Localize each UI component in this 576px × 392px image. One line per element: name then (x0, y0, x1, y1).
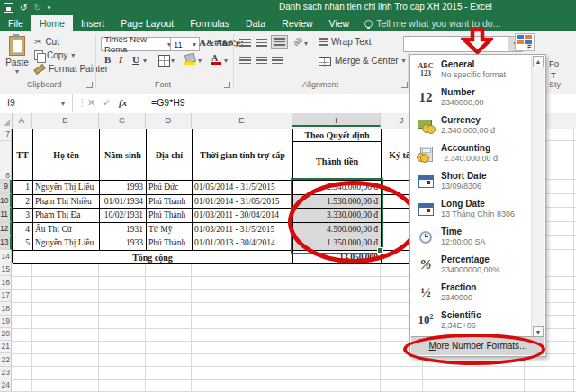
cell-amount[interactable]: 4.500.000,00 đ (293, 223, 382, 236)
fill-color-dropdown-icon[interactable]: ▾ (198, 57, 202, 65)
column-header-i[interactable]: I (292, 113, 381, 127)
header-cell-amount[interactable]: Thành tiền (293, 142, 382, 181)
wrap-text-button[interactable]: Wrap Text (319, 37, 372, 47)
save-icon[interactable] (4, 3, 14, 13)
format-option-short-date[interactable]: Short Date13/09/8306 (410, 167, 532, 195)
qat-customize-icon[interactable]: ▾ (48, 4, 51, 13)
formula-input[interactable]: =G9*H9 (151, 94, 185, 112)
cell-address[interactable]: Phú Thành (147, 209, 193, 223)
orientation-dropdown-icon[interactable]: ▾ (304, 40, 308, 48)
cell-amount-active[interactable]: 2.340.000,00 đ (293, 181, 382, 195)
row-header[interactable]: 10 (0, 194, 12, 208)
format-option-general[interactable]: ABC123 GeneralNo specific format (410, 56, 532, 84)
cell-amount[interactable]: 3.330.000,00 đ (293, 209, 382, 223)
row-header[interactable]: 11 (0, 208, 12, 222)
font-name-combo[interactable]: Times New Roma ▾ (101, 37, 175, 51)
undo-icon[interactable]: ↺ (20, 4, 27, 13)
format-option-percentage[interactable]: % Percentage234000000,00% (410, 251, 532, 279)
header-cell-period[interactable]: Thời gian tính trợ cấp (193, 129, 293, 181)
format-option-fraction[interactable]: ½ Fraction2340000 (410, 279, 532, 307)
shrink-font-button[interactable]: A&#ˇ; (216, 39, 238, 48)
row-header[interactable]: 20 (0, 328, 12, 341)
align-top-button[interactable] (239, 39, 251, 47)
header-cell-name[interactable]: Họ tên (33, 129, 100, 181)
cell-birth[interactable]: 1933 (100, 236, 147, 251)
tab-data[interactable]: Data (238, 15, 274, 31)
cell-name[interactable]: Âu Thị Cử (33, 223, 100, 236)
cell-tt[interactable]: 5 (13, 236, 33, 251)
cell-period[interactable]: 01/03/2011 - 31/5/2015 (193, 223, 293, 236)
borders-button[interactable] (158, 55, 170, 67)
header-cell-address[interactable]: Địa chỉ (147, 129, 193, 181)
row-header[interactable]: 18 (0, 302, 12, 316)
column-header-b[interactable]: B (32, 113, 99, 128)
insert-function-icon[interactable]: fx (119, 94, 127, 112)
format-option-number[interactable]: 12 Number2340000,00 (410, 84, 532, 111)
format-option-accounting[interactable]: Accounting2.340.000,00 đ (410, 139, 532, 167)
row-header[interactable]: 13 (0, 236, 12, 250)
row-header[interactable]: 19 (0, 316, 12, 328)
cell-total-label[interactable]: Tổng cộng (13, 251, 293, 264)
row-header[interactable]: 16 (0, 276, 12, 290)
row-header[interactable]: 14 (0, 250, 12, 263)
cell-birth[interactable]: 10/02/1931 (100, 209, 147, 223)
tab-view[interactable]: View (321, 15, 358, 31)
alignment-dialog-launcher[interactable] (401, 82, 408, 88)
header-cell-tt[interactable]: TT (13, 129, 33, 181)
cell-total-value[interactable]: 13.050.000 (293, 251, 382, 264)
clipboard-dialog-launcher[interactable] (86, 82, 93, 88)
cancel-icon[interactable]: ✕ (87, 94, 95, 112)
row-header[interactable]: 7 (0, 129, 12, 141)
scroll-up-icon[interactable]: ▲ (533, 56, 544, 67)
select-all-corner[interactable] (0, 113, 13, 128)
align-center-button[interactable] (256, 57, 267, 65)
cell-tt[interactable]: 4 (13, 223, 33, 236)
align-left-button[interactable] (239, 57, 251, 65)
align-middle-button[interactable] (256, 39, 267, 47)
header-cell-decision[interactable]: Theo Quyết định (293, 129, 382, 142)
conditional-formatting-icon[interactable]: ≠ (515, 33, 535, 51)
cell-birth[interactable]: 1993 (100, 181, 147, 195)
format-option-long-date[interactable]: Long Date13 Tháng Chín 8306 (410, 195, 532, 223)
tab-formulas[interactable]: Formulas (182, 15, 238, 31)
underline-dropdown-icon[interactable]: ▾ (143, 57, 147, 65)
row-header[interactable]: 24 (0, 379, 12, 392)
column-header-e[interactable]: E (192, 113, 292, 128)
underline-button[interactable]: U (132, 54, 140, 65)
tab-page-layout[interactable]: Page Layout (112, 15, 182, 31)
italic-button[interactable]: I (119, 54, 122, 65)
cell-name[interactable]: Nguyễn Thị Liễu (33, 181, 100, 195)
format-option-time[interactable]: Time12:00:00 SA (410, 223, 532, 251)
align-right-button[interactable] (272, 57, 284, 65)
align-bottom-button[interactable] (272, 36, 287, 48)
more-number-formats-item[interactable]: More Number Formats... (411, 336, 544, 355)
cell-amount[interactable]: 1.530.000,00 đ (293, 195, 382, 209)
row-header[interactable]: 23 (0, 367, 12, 379)
font-color-button[interactable]: A (212, 53, 222, 66)
cut-button[interactable]: ✂ Cut (34, 37, 59, 47)
name-box-dropdown-icon[interactable]: ▾ (61, 100, 65, 108)
cell-tt[interactable]: 1 (13, 181, 33, 195)
column-header-d[interactable]: D (146, 113, 192, 128)
bold-button[interactable]: B (104, 54, 111, 65)
orientation-button[interactable]: ab (292, 35, 304, 48)
cell-name[interactable]: Phạm Thị Nhiều (33, 195, 100, 209)
column-header-c[interactable]: C (99, 113, 146, 128)
row-header[interactable]: 9 (0, 180, 12, 194)
cell-tt[interactable]: 2 (13, 195, 33, 209)
font-size-combo[interactable]: 11 ▾ (170, 37, 200, 51)
row-header[interactable]: 15 (0, 263, 12, 276)
cell-name[interactable]: Nguyễn Thị Liễu (33, 236, 100, 251)
cell-address[interactable]: Phú Thành (147, 195, 193, 209)
tab-review[interactable]: Review (274, 15, 320, 31)
merge-center-button[interactable]: Merge & Center ▾ (319, 56, 406, 66)
enter-icon[interactable]: ✓ (103, 94, 111, 112)
borders-dropdown-icon[interactable]: ▾ (171, 57, 175, 65)
cell-period[interactable]: 01/01/2013 - 30/4/2014 (193, 236, 293, 251)
cell-address[interactable]: Phú Thành (147, 236, 193, 251)
column-header-a[interactable]: A (12, 113, 32, 128)
tab-file[interactable]: File (0, 15, 32, 31)
tab-insert[interactable]: Insert (73, 15, 112, 31)
dropdown-scrollbar[interactable]: ▲ ▼ (531, 56, 544, 338)
cell-period[interactable]: 01/05/2014 - 31/5/2015 (193, 181, 293, 195)
